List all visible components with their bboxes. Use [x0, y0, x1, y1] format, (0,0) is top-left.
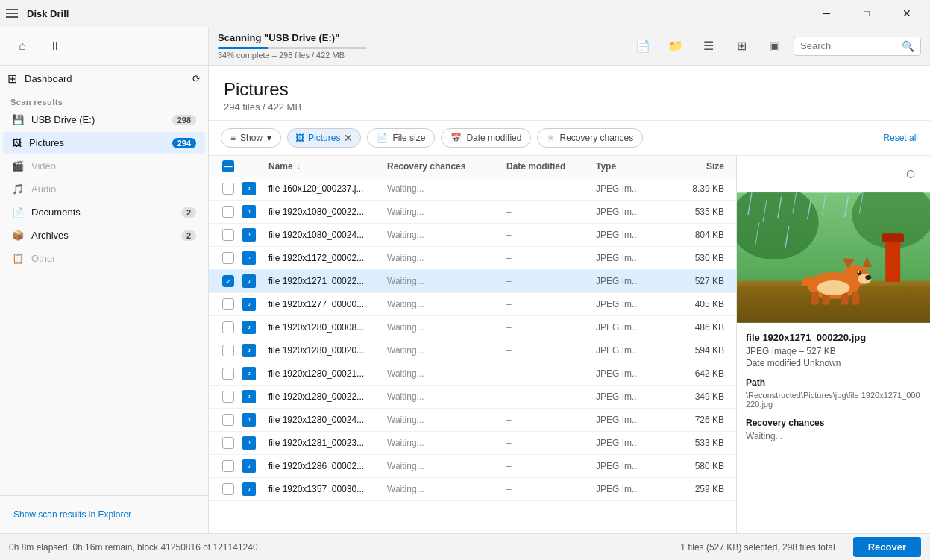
file-date: –: [506, 299, 596, 309]
checkbox[interactable]: ✓: [222, 275, 234, 287]
table-row[interactable]: J file 1920x1280_00021... Waiting... – J…: [209, 362, 736, 386]
file-icon-btn[interactable]: 📄: [629, 33, 656, 60]
name-col-header[interactable]: Name ↓: [268, 161, 387, 172]
sidebar-badge-docs: 2: [181, 207, 196, 218]
size-col-header[interactable]: Size: [670, 161, 730, 172]
table-row[interactable]: J file 1920x1280_00020... Waiting... – J…: [209, 339, 736, 362]
row-checkbox[interactable]: [215, 252, 242, 264]
checkbox[interactable]: [222, 252, 234, 264]
file-size: 726 KB: [670, 415, 730, 425]
file-recovery: Waiting...: [387, 391, 506, 402]
row-checkbox[interactable]: [215, 483, 242, 495]
row-checkbox[interactable]: [215, 298, 242, 310]
table-row[interactable]: J file 1920x1080_00024... Waiting... – J…: [209, 224, 736, 247]
sidebar-item-video[interactable]: 🎬 Video: [3, 155, 205, 177]
checkbox[interactable]: [222, 206, 234, 218]
other-icon: 📋: [12, 253, 24, 264]
pictures-chip-icon: 🖼: [295, 133, 304, 143]
table-row[interactable]: J file 1920x1280_00024... Waiting... – J…: [209, 409, 736, 432]
row-checkbox[interactable]: [215, 391, 242, 403]
file-type-icon: J: [242, 181, 257, 196]
row-checkbox[interactable]: [215, 460, 242, 472]
show-scan-results-button[interactable]: Show scan results in Explorer: [7, 503, 201, 526]
date-modified-filter-button[interactable]: 📅 Date modified: [441, 128, 531, 148]
type-col-header[interactable]: Type: [596, 161, 670, 172]
reset-all-button[interactable]: Reset all: [883, 133, 918, 143]
search-input[interactable]: [800, 40, 897, 51]
file-size-icon: 📄: [377, 133, 388, 143]
row-checkbox[interactable]: [215, 368, 242, 380]
checkbox[interactable]: [222, 368, 234, 380]
table-row[interactable]: J file 1920x1286_00002... Waiting... – J…: [209, 455, 736, 478]
table-row[interactable]: J file 1920x1277_00000... Waiting... – J…: [209, 293, 736, 316]
app-title: Disk Drill: [27, 8, 69, 19]
row-checkbox[interactable]: [215, 183, 242, 195]
close-button[interactable]: ✕: [890, 0, 924, 27]
checkbox[interactable]: [222, 183, 234, 195]
table-row[interactable]: J file 1920x1280_00022... Waiting... – J…: [209, 386, 736, 409]
sidebar-item-usb-drive[interactable]: 💾 USB Drive (E:) 298: [3, 109, 205, 130]
content-area: Pictures 294 files / 422 MB ≡ Show ▾ 🖼 P…: [209, 66, 930, 533]
file-type: JPEG Im...: [596, 322, 670, 333]
pictures-chip-close[interactable]: ✕: [344, 133, 353, 143]
minimize-button[interactable]: ─: [809, 0, 843, 27]
pause-button[interactable]: ⏸: [42, 33, 69, 60]
file-date: –: [506, 438, 596, 448]
file-name: file 1920x1280_00021...: [268, 368, 387, 379]
row-checkbox[interactable]: [215, 414, 242, 426]
table-row[interactable]: J file 1920x1281_00023... Waiting... – J…: [209, 432, 736, 455]
sidebar-item-archives[interactable]: 📦 Archives 2: [3, 224, 205, 246]
home-button[interactable]: ⌂: [9, 33, 36, 60]
file-recovery: Waiting...: [387, 415, 506, 425]
file-date: –: [506, 345, 596, 356]
row-checkbox[interactable]: [215, 345, 242, 356]
file-size-filter-button[interactable]: 📄 File size: [367, 128, 435, 148]
row-checkbox[interactable]: [215, 206, 242, 218]
checkbox[interactable]: [222, 229, 234, 241]
checkbox[interactable]: [222, 321, 234, 333]
file-date: –: [506, 415, 596, 425]
row-checkbox[interactable]: [215, 437, 242, 449]
expand-preview-button[interactable]: ⬡: [897, 160, 924, 187]
file-recovery: Waiting...: [387, 276, 506, 286]
row-checkbox[interactable]: [215, 321, 242, 333]
checkbox[interactable]: [222, 437, 234, 449]
table-row[interactable]: J file 1920x1280_00008... Waiting... – J…: [209, 316, 736, 339]
sidebar-item-audio[interactable]: 🎵 Audio: [3, 178, 205, 200]
sidebar-item-documents[interactable]: 📄 Documents 2: [3, 201, 205, 223]
table-row[interactable]: ✓ J file 1920x1271_00022... Waiting... –…: [209, 270, 736, 293]
checkbox[interactable]: [222, 414, 234, 426]
sidebar-item-dashboard[interactable]: ⊞ Dashboard ⟳: [0, 66, 208, 92]
table-row[interactable]: J file 1920x1080_00022... Waiting... – J…: [209, 201, 736, 224]
file-size: 535 KB: [670, 207, 730, 217]
checkbox[interactable]: [222, 391, 234, 403]
recover-button[interactable]: Recover: [853, 537, 921, 557]
menu-icon[interactable]: [6, 6, 21, 21]
select-all-checkbox[interactable]: —: [215, 160, 242, 172]
sidebar-item-other[interactable]: 📋 Other: [3, 248, 205, 269]
pictures-filter-chip[interactable]: 🖼 Pictures ✕: [287, 128, 361, 148]
recovery-chances-filter-button[interactable]: ★ Recovery chances: [537, 128, 643, 148]
checkbox[interactable]: [222, 345, 234, 356]
table-row[interactable]: J file 1920x1357_00030... Waiting... – J…: [209, 478, 736, 501]
sidebar-item-pictures[interactable]: 🖼 Pictures 294: [3, 132, 205, 154]
recovery-col-header[interactable]: Recovery chances: [387, 161, 506, 172]
checkbox[interactable]: [222, 483, 234, 495]
row-checkbox[interactable]: [215, 229, 242, 241]
grid-view-btn[interactable]: ⊞: [728, 33, 755, 60]
panel-view-btn[interactable]: ▣: [761, 33, 788, 60]
date-col-header[interactable]: Date modified: [506, 161, 596, 172]
file-date: –: [506, 461, 596, 471]
table-row[interactable]: J file 160x120_000237.j... Waiting... – …: [209, 177, 736, 201]
list-view-btn[interactable]: ☰: [695, 33, 722, 60]
file-type-icon: J: [242, 459, 257, 474]
preview-details: file 1920x1271_000220.jpg JPEG Image – 5…: [737, 323, 930, 533]
row-checkbox[interactable]: ✓: [215, 275, 242, 287]
maximize-button[interactable]: □: [849, 0, 884, 27]
show-filter-button[interactable]: ≡ Show ▾: [221, 128, 281, 148]
folder-icon-btn[interactable]: 📁: [662, 33, 689, 60]
checkbox[interactable]: [222, 460, 234, 472]
table-row[interactable]: J file 1920x1172_00002... Waiting... – J…: [209, 247, 736, 270]
checkbox[interactable]: [222, 298, 234, 310]
file-type: JPEG Im...: [596, 484, 670, 494]
